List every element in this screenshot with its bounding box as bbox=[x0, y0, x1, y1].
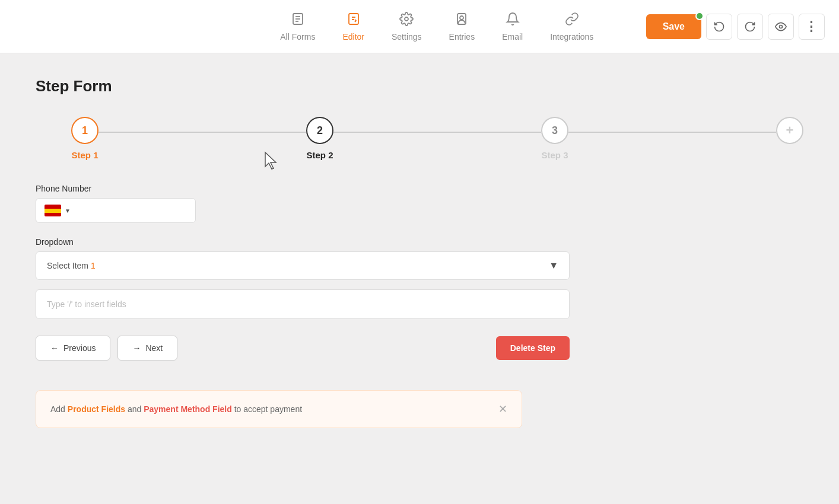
next-label: Next bbox=[145, 343, 163, 353]
dropdown-label: Dropdown bbox=[36, 237, 570, 247]
delete-step-button[interactable]: Delete Step bbox=[496, 336, 570, 360]
next-button[interactable]: → Next bbox=[117, 336, 177, 361]
prev-arrow-icon: ← bbox=[50, 343, 59, 353]
tab-email[interactable]: Email bbox=[491, 7, 533, 46]
phone-field-group: Phone Number ▼ bbox=[36, 184, 570, 223]
preview-button[interactable] bbox=[768, 14, 794, 40]
payment-notice-text: Add Product Fields and Payment Method Fi… bbox=[50, 404, 302, 414]
top-nav: All Forms Editor Settings bbox=[0, 0, 839, 53]
tab-entries-label: Entries bbox=[449, 32, 475, 42]
more-options-button[interactable]: ⋮ bbox=[799, 14, 825, 40]
tab-editor-label: Editor bbox=[342, 32, 364, 42]
payment-notice-and: and bbox=[125, 404, 144, 414]
tab-editor[interactable]: Editor bbox=[332, 7, 375, 46]
settings-icon bbox=[399, 12, 414, 28]
tab-settings-label: Settings bbox=[392, 32, 422, 42]
all-forms-icon bbox=[291, 12, 305, 28]
step-2-circle: 2 bbox=[306, 117, 333, 144]
page-title: Step Form bbox=[36, 77, 803, 95]
step-2-label: Step 2 bbox=[306, 150, 333, 160]
step-connector-1 bbox=[98, 132, 306, 133]
dropdown-value: Select Item 1 bbox=[47, 261, 96, 270]
tab-integrations[interactable]: Integrations bbox=[539, 7, 604, 46]
svg-rect-10 bbox=[45, 209, 61, 213]
step-1-circle: 1 bbox=[71, 117, 98, 144]
email-icon bbox=[506, 12, 520, 28]
main-content: Step Form 1 Step 1 2 Step 2 3 Step 3 + P… bbox=[0, 53, 839, 452]
insert-placeholder: Type '/' to insert fields bbox=[47, 299, 126, 309]
dropdown-field-group: Dropdown Select Item 1 ▼ bbox=[36, 237, 570, 280]
add-step-item[interactable]: + bbox=[776, 117, 803, 144]
tab-all-forms-label: All Forms bbox=[280, 32, 315, 42]
tab-all-forms[interactable]: All Forms bbox=[269, 7, 326, 46]
step-connector-3 bbox=[568, 132, 776, 133]
payment-notice-prefix: Add bbox=[50, 404, 68, 414]
step-3-item[interactable]: 3 Step 3 bbox=[541, 117, 568, 160]
step-wizard: 1 Step 1 2 Step 2 3 Step 3 + bbox=[36, 117, 803, 160]
form-area: Phone Number ▼ Dropdown Select It bbox=[36, 184, 570, 361]
phone-flag bbox=[45, 205, 61, 216]
insert-fields-input[interactable]: Type '/' to insert fields bbox=[36, 289, 570, 319]
step-1-item[interactable]: 1 Step 1 bbox=[71, 117, 98, 160]
integrations-icon bbox=[565, 12, 579, 28]
payment-notice-close[interactable]: ✕ bbox=[498, 403, 507, 416]
tab-settings[interactable]: Settings bbox=[381, 7, 433, 46]
svg-rect-11 bbox=[45, 213, 61, 216]
payment-notice: Add Product Fields and Payment Method Fi… bbox=[36, 390, 522, 428]
nav-buttons-left: ← Previous → Next bbox=[36, 336, 177, 361]
payment-notice-suffix: to accept payment bbox=[232, 404, 302, 414]
editor-icon bbox=[347, 12, 361, 28]
previous-button[interactable]: ← Previous bbox=[36, 336, 110, 361]
dropdown-chevron-icon: ▼ bbox=[549, 260, 558, 271]
step-connector-2 bbox=[333, 132, 541, 133]
nav-right-actions: Save ⋮ bbox=[646, 14, 825, 40]
add-step-circle: + bbox=[776, 117, 803, 144]
step-3-label: Step 3 bbox=[541, 150, 568, 160]
step-1-label: Step 1 bbox=[71, 150, 98, 160]
previous-label: Previous bbox=[63, 343, 96, 353]
svg-point-8 bbox=[780, 25, 783, 28]
phone-input-wrapper[interactable]: ▼ bbox=[36, 198, 196, 223]
svg-rect-4 bbox=[349, 14, 358, 24]
dropdown-select[interactable]: Select Item 1 ▼ bbox=[36, 251, 570, 280]
step-nav-buttons: ← Previous → Next Delete Step bbox=[36, 336, 570, 361]
nav-tabs: All Forms Editor Settings bbox=[269, 7, 604, 46]
save-button[interactable]: Save bbox=[646, 14, 701, 39]
tab-email-label: Email bbox=[502, 32, 523, 42]
redo-button[interactable] bbox=[737, 14, 763, 40]
payment-method-link[interactable]: Payment Method Field bbox=[144, 404, 232, 414]
svg-rect-9 bbox=[45, 205, 61, 209]
next-arrow-icon: → bbox=[132, 343, 141, 353]
step-2-item[interactable]: 2 Step 2 bbox=[306, 117, 333, 160]
product-fields-link[interactable]: Product Fields bbox=[68, 404, 125, 414]
tab-entries[interactable]: Entries bbox=[438, 7, 486, 46]
phone-caret-icon: ▼ bbox=[65, 208, 71, 214]
undo-button[interactable] bbox=[706, 14, 732, 40]
svg-point-7 bbox=[460, 16, 463, 20]
svg-point-5 bbox=[405, 17, 408, 21]
entries-icon bbox=[455, 12, 469, 28]
tab-integrations-label: Integrations bbox=[550, 32, 593, 42]
step-3-circle: 3 bbox=[541, 117, 568, 144]
phone-label: Phone Number bbox=[36, 184, 570, 193]
